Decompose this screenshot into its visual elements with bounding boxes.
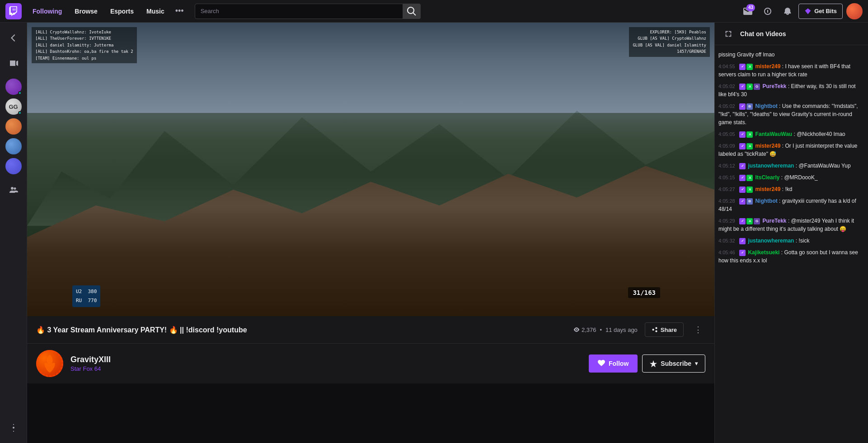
gem-icon (804, 8, 812, 15)
share-icon (652, 326, 658, 333)
list-item: 4:05:02 ✓ B Nightbot : Use the commands:… (718, 102, 864, 126)
star-icon (650, 360, 657, 367)
view-count: 2,376 (573, 326, 596, 333)
nav-music[interactable]: Music (141, 0, 170, 23)
view-number: 2,376 (582, 326, 596, 333)
username[interactable]: ItsClearly (755, 174, 779, 181)
nav-browse[interactable]: Browse (69, 0, 103, 23)
collapse-icon (9, 33, 18, 42)
settings-icon (9, 423, 18, 432)
activity-feed-button[interactable]: 43 (739, 2, 757, 20)
list-item: 4:05:29 ✓ ⚔ G PureTekk : @mister249 Yeah… (718, 217, 864, 233)
sidebar-avatar-1[interactable] (5, 79, 22, 95)
chat-collapse-button[interactable] (722, 28, 735, 40)
badge-subscriber: ✓ (739, 163, 746, 169)
game-hud-bottom: U2 380 RU 770 (72, 285, 100, 307)
separator: • (600, 326, 602, 333)
avatar-decoration (36, 350, 63, 377)
nav-following[interactable]: Following (27, 0, 67, 23)
channel-actions: Follow Subscribe ▾ (589, 354, 705, 373)
video-meta: 2,376 • 11 days ago (573, 326, 638, 333)
channel-avatar-image (36, 350, 63, 377)
video-container[interactable]: [ALL] CryptoWallahnz: IvoteIuke [ALL] Th… (27, 23, 714, 316)
follow-button[interactable]: Follow (589, 354, 638, 373)
main-area: [ALL] CryptoWallahnz: IvoteIuke [ALL] Th… (27, 23, 868, 443)
username[interactable]: Nightbot (755, 103, 777, 109)
messages-button[interactable] (759, 2, 777, 20)
user-badges: ✓ B (739, 103, 753, 110)
list-item: 4:05:28 ✓ B Nightbot : gravityxiii curre… (718, 197, 864, 213)
online-indicator (18, 91, 22, 95)
game-hud-top-right: EXPLORER: [5K9] Peablos GLUB [AS VAL] Cr… (629, 27, 710, 57)
username[interactable]: mister249 (755, 63, 780, 70)
share-label: Share (661, 326, 677, 333)
sidebar-avatar-2[interactable]: GG (5, 98, 22, 115)
search-input[interactable] (195, 4, 421, 19)
list-item: 4:05:46 ✓ Kajiketsueki : Gotta go soon b… (718, 248, 864, 265)
sidebar-collapse-btn[interactable] (4, 28, 23, 48)
list-item: pissing Gravity off lmao (718, 51, 864, 59)
username[interactable]: Kajiketsueki (748, 249, 779, 256)
main-layout: GG (0, 0, 868, 443)
user-badges: ✓ (739, 238, 746, 244)
badge-moderator: ⚔ (746, 131, 753, 138)
search-button[interactable] (403, 4, 421, 19)
video-info-bar: 🔥 3 Year Stream Anniversary PARTY! 🔥 || … (27, 316, 714, 344)
friends-icon (9, 185, 18, 194)
user-badges: ✓ ⚔ (739, 187, 753, 193)
more-options-button[interactable]: ⋮ (691, 322, 705, 337)
sidebar-avatar-3[interactable] (5, 118, 22, 135)
sidebar-avatar-4[interactable] (5, 138, 22, 154)
username[interactable]: justanowhereman (748, 238, 794, 244)
badge-subscriber: ✓ (739, 238, 746, 244)
game-scene: [ALL] CryptoWallahnz: IvoteIuke [ALL] Th… (27, 23, 714, 316)
search-bar (195, 4, 421, 19)
fire-emoji-left: 🔥 (36, 326, 45, 334)
expand-icon (724, 30, 732, 38)
nav-more[interactable]: ••• (172, 0, 188, 23)
badge-subscriber: ✓ (739, 143, 746, 149)
sidebar-friends-btn[interactable] (4, 180, 23, 200)
list-item: 4:05:32 ✓ justanowhereman : !sick (718, 237, 864, 245)
list-item: 4:05:27 ✓ ⚔ mister249 : !kd (718, 185, 864, 193)
username[interactable]: PureTekk (762, 83, 786, 89)
heart-icon (598, 360, 605, 367)
badge-subscriber: ✓ (739, 175, 746, 181)
username[interactable]: FantaWauWau (755, 131, 792, 137)
topnav-right: 43 Get Bits (739, 2, 863, 20)
twitch-logo[interactable] (5, 3, 22, 19)
video-thumbnail: [ALL] CryptoWallahnz: IvoteIuke [ALL] Th… (27, 23, 714, 316)
user-badges: ✓ ⚔ (739, 143, 753, 149)
user-avatar[interactable] (846, 3, 863, 19)
username[interactable]: mister249 (755, 143, 780, 149)
username[interactable]: justanowhereman (748, 163, 794, 169)
time-ago: 11 days ago (605, 326, 638, 333)
nav-esports[interactable]: Esports (105, 0, 139, 23)
channel-game[interactable]: Star Fox 64 (70, 365, 111, 372)
username[interactable]: PureTekk (762, 218, 786, 224)
share-button[interactable]: Share (645, 322, 684, 337)
list-item: 4:05:05 ✓ ⚔ FantaWauWau : @Nickholler40 … (718, 130, 864, 138)
username[interactable]: Nightbot (755, 198, 777, 204)
list-item: 4:04:55 ✓ ⚔ mister249 : I have seen it w… (718, 62, 864, 79)
notification-badge: 43 (746, 4, 755, 11)
channel-avatar[interactable] (36, 350, 63, 377)
chat-header: Chat on Videos (715, 23, 868, 45)
chat-title: Chat on Videos (740, 30, 786, 37)
notifications-button[interactable] (779, 2, 797, 20)
badge-subscriber: ✓ (739, 131, 746, 138)
sidebar-avatar-5[interactable] (5, 158, 22, 174)
badge-subscriber: ✓ (739, 218, 746, 224)
username[interactable]: mister249 (755, 186, 780, 192)
bell-icon (783, 7, 792, 16)
inbox-icon (763, 7, 772, 16)
sidebar-more-btn[interactable] (4, 418, 23, 438)
svg-marker-0 (805, 8, 811, 14)
sidebar-video-btn[interactable] (4, 53, 23, 73)
user-badges: ✓ ⚔ (739, 131, 753, 138)
badge-glitch: G (754, 84, 760, 90)
get-bits-button[interactable]: Get Bits (798, 4, 843, 19)
channel-info-bar: GravityXIII Star Fox 64 Follow Su (27, 344, 714, 383)
subscribe-button[interactable]: Subscribe ▾ (642, 354, 705, 373)
user-badges: ✓ ⚔ (739, 175, 753, 181)
